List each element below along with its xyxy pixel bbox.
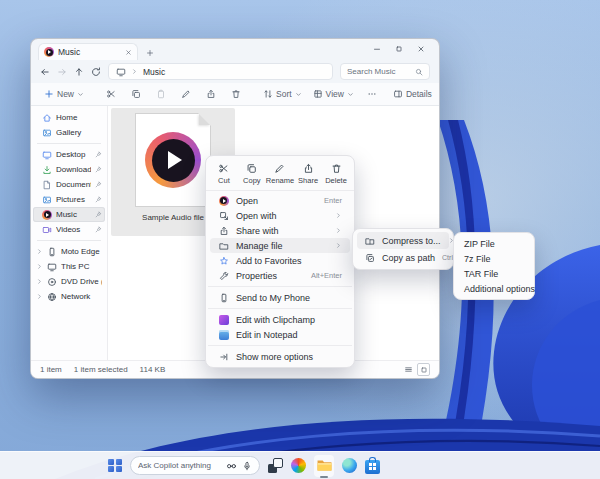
details-button[interactable]: Details (389, 87, 436, 101)
rename-button[interactable] (175, 87, 197, 101)
sidebar-divider (37, 143, 101, 144)
rename-quick-action[interactable]: Rename (266, 162, 294, 186)
microsoft-store-icon[interactable] (365, 460, 380, 474)
new-button[interactable]: New (40, 87, 88, 101)
command-toolbar: New Sort View (31, 83, 439, 106)
submenu-item-tar-file[interactable]: TAR File (458, 266, 530, 281)
share-button[interactable] (200, 87, 222, 101)
menu-item-open-with[interactable]: Open with (210, 208, 350, 223)
navigation-pane: Home Gallery Desktop Downloads (31, 106, 108, 360)
sidebar-item-documents[interactable]: Documents (33, 177, 105, 192)
copy-button[interactable] (125, 87, 147, 101)
sidebar-item-network[interactable]: Network (33, 289, 105, 304)
sort-icon (263, 89, 273, 99)
sidebar-item-phone-device[interactable]: Moto Edge 30 Neo (33, 244, 105, 259)
delete-quick-action[interactable]: Delete (322, 162, 350, 186)
chevron-right-icon[interactable] (36, 263, 43, 270)
copilot-icon[interactable] (291, 458, 306, 473)
sidebar-item-videos[interactable]: Videos (33, 222, 105, 237)
cut-button[interactable] (100, 87, 122, 101)
back-button[interactable] (40, 67, 50, 77)
delete-button[interactable] (225, 87, 247, 101)
share-icon (303, 163, 314, 174)
sidebar-item-this-pc[interactable]: This PC (33, 259, 105, 274)
sidebar-item-dvd-drive[interactable]: DVD Drive (D:) CCC (33, 274, 105, 289)
refresh-button[interactable] (91, 67, 101, 77)
more-commands-button[interactable] (361, 87, 383, 101)
taskbar: Ask Copilot anything (0, 451, 600, 479)
more-options-icon (219, 352, 229, 362)
thumbnail-view-toggle[interactable] (417, 363, 430, 376)
chevron-right-icon[interactable] (36, 248, 43, 255)
submenu-item-copy-as-path[interactable]: Copy as path Ctrl+Shift+C (357, 249, 449, 266)
glasses-icon (226, 460, 237, 471)
edge-browser-icon[interactable] (342, 458, 357, 473)
chevron-right-icon (335, 227, 342, 234)
microphone-icon[interactable] (242, 461, 252, 471)
tab-close-icon[interactable] (125, 49, 132, 56)
file-name-label: Sample Audio file (142, 213, 204, 222)
menu-item-share-with[interactable]: Share with (210, 223, 350, 238)
sidebar-item-desktop[interactable]: Desktop (33, 147, 105, 162)
chevron-right-icon (335, 242, 342, 249)
compress-folder-icon (365, 236, 375, 246)
chevron-right-icon[interactable] (36, 278, 43, 285)
details-label: Details (406, 89, 432, 99)
breadcrumb-location: Music (143, 67, 165, 77)
music-app-icon (44, 47, 54, 57)
sidebar-item-pictures[interactable]: Pictures (33, 192, 105, 207)
menu-item-open[interactable]: Open Enter (210, 193, 350, 208)
audio-file-icon (135, 113, 211, 207)
phone-icon (219, 293, 229, 303)
close-window-button[interactable] (417, 39, 425, 57)
menu-item-edit-in-notepad[interactable]: Edit in Notepad (210, 327, 350, 342)
minimize-button[interactable] (373, 39, 381, 57)
chevron-down-icon (295, 91, 302, 98)
delete-icon (331, 163, 342, 174)
copy-as-path-icon (365, 253, 375, 263)
view-button[interactable]: View (309, 87, 358, 101)
menu-item-show-more-options[interactable]: Show more options (210, 349, 350, 364)
paste-button[interactable] (150, 87, 172, 101)
new-label: New (57, 89, 74, 99)
maximize-button[interactable] (395, 39, 403, 57)
submenu-item-7z-file[interactable]: 7z File (458, 251, 530, 266)
chevron-down-icon (77, 91, 84, 98)
sort-button[interactable]: Sort (259, 87, 306, 101)
up-button[interactable] (74, 67, 84, 77)
share-quick-action[interactable]: Share (294, 162, 322, 186)
forward-button[interactable] (57, 67, 67, 77)
explorer-folder-icon (317, 459, 332, 472)
search-box[interactable]: Search Music (340, 63, 430, 80)
taskbar-search[interactable]: Ask Copilot anything (130, 456, 260, 475)
sidebar-item-home[interactable]: Home (33, 110, 105, 125)
submenu-item-additional-options[interactable]: Additional options (458, 281, 530, 296)
breadcrumb[interactable]: Music (108, 63, 333, 80)
start-button[interactable] (108, 459, 122, 473)
chevron-right-icon[interactable] (36, 293, 43, 300)
pin-icon (95, 181, 102, 188)
sidebar-divider (37, 240, 101, 241)
submenu-item-compress-to[interactable]: Compress to... (357, 232, 449, 249)
sidebar-item-downloads[interactable]: Downloads (33, 162, 105, 177)
cut-quick-action[interactable]: Cut (210, 162, 238, 186)
menu-item-add-to-favorites[interactable]: Add to Favorites (210, 253, 350, 268)
menu-item-properties[interactable]: Properties Alt+Enter (210, 268, 350, 283)
sidebar-item-gallery[interactable]: Gallery (33, 125, 105, 140)
menu-divider (208, 345, 352, 346)
copy-quick-action[interactable]: Copy (238, 162, 266, 186)
task-view-button[interactable] (268, 458, 283, 473)
cut-icon (218, 163, 229, 174)
menu-item-edit-with-clipchamp[interactable]: Edit with Clipchamp (210, 312, 350, 327)
share-with-icon (219, 226, 229, 236)
menu-item-manage-file[interactable]: Manage file (210, 238, 350, 253)
menu-item-send-to-my-phone[interactable]: Send to My Phone (210, 290, 350, 305)
tab-music[interactable]: Music (38, 43, 138, 60)
pin-icon (95, 166, 102, 173)
view-icon (313, 89, 323, 99)
sidebar-item-music[interactable]: Music (33, 207, 105, 222)
details-view-icon[interactable] (404, 365, 413, 374)
submenu-item-zip-file[interactable]: ZIP File (458, 236, 530, 251)
new-tab-button[interactable] (146, 49, 154, 57)
file-explorer-taskbar-button[interactable] (314, 455, 334, 477)
